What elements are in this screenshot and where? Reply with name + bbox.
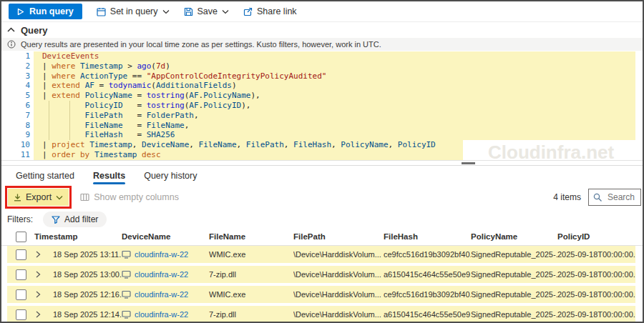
column-header-filepath[interactable]: FilePath: [293, 232, 384, 241]
line-number: 10: [1, 140, 30, 150]
query-toolbar: Run query Set in query Save Share lin: [1, 1, 643, 22]
download-icon: [14, 194, 21, 202]
line-number: 1: [1, 51, 30, 61]
share-link-label: Share link: [257, 6, 297, 16]
code-token: DeviceName: [142, 140, 189, 149]
cell-devicename: cloudinfra-w-22: [122, 250, 209, 259]
cell-filehash: a6150415c464c55e50e9...: [384, 310, 471, 319]
cell-policyid: 2025-09-18T00:00:00.00...: [557, 290, 635, 299]
code-token: [80, 91, 85, 100]
search-box[interactable]: [588, 189, 641, 206]
set-in-query-button[interactable]: Set in query: [97, 6, 170, 16]
code-token: Timestamp: [94, 150, 137, 159]
code-token: FileHash: [293, 140, 331, 149]
column-header-filename[interactable]: FileName: [209, 232, 293, 241]
code-token: ): [232, 81, 237, 90]
line-number: 7: [1, 111, 30, 121]
line-number: 11: [1, 150, 30, 160]
code-line-5[interactable]: | extend PolicyName = tostring(AF.Policy…: [34, 91, 635, 101]
code-token: =: [132, 91, 147, 100]
table-row[interactable]: 18 Sep 2025 13:00...cloudinfra-w-227-zip…: [7, 266, 635, 283]
cell-filepath: \Device\HarddiskVolum...: [293, 270, 384, 279]
device-link[interactable]: cloudinfra-w-22: [135, 250, 188, 259]
column-header-policyname[interactable]: PolicyName: [471, 232, 557, 241]
chevron-down-icon: [222, 9, 229, 14]
cell-filepath: \Device\HarddiskVolum...: [293, 250, 384, 259]
code-line-2[interactable]: | where Timestamp > ago(7d): [34, 61, 635, 71]
expand-row-chevron-icon[interactable]: [34, 271, 53, 278]
table-row[interactable]: 18 Sep 2025 13:11...cloudinfra-w-22WMIC.…: [7, 246, 635, 263]
tab-query-history[interactable]: Query history: [144, 166, 197, 185]
code-line-6[interactable]: PolicyID = tostring(AF.PolicyID),: [34, 101, 635, 111]
code-line-8[interactable]: FileName = FileName,: [34, 121, 635, 131]
code-token: extend: [52, 81, 80, 90]
code-token: [75, 71, 80, 81]
save-icon: [184, 7, 193, 16]
code-token: =: [123, 130, 147, 139]
add-filter-button[interactable]: Add filter: [43, 212, 107, 227]
add-filter-label: Add filter: [64, 214, 98, 224]
run-query-label: Run query: [29, 6, 74, 16]
editor-gutter: 1234567891011: [1, 51, 30, 160]
export-highlight-box: Export: [5, 186, 72, 209]
code-token: PolicyName: [203, 91, 250, 100]
column-header-devicename[interactable]: DeviceName: [122, 232, 209, 241]
chevron-up-icon: [7, 27, 15, 33]
row-checkbox[interactable]: [16, 249, 26, 260]
save-button[interactable]: Save: [184, 6, 230, 16]
row-checkbox[interactable]: [16, 309, 26, 320]
code-token: FileName: [199, 140, 237, 149]
device-link[interactable]: cloudinfra-w-22: [135, 310, 188, 319]
line-number: 4: [1, 81, 30, 91]
code-token: ): [165, 61, 170, 71]
results-toolbar: Export Show empty columns 4 items: [1, 185, 643, 209]
code-token: "AppControlCodeIntegrityPolicyAudited": [147, 71, 327, 81]
code-line-9[interactable]: FileHash = SHA256: [34, 130, 635, 140]
table-body: 18 Sep 2025 13:11...cloudinfra-w-22WMIC.…: [7, 246, 635, 323]
search-input[interactable]: [606, 192, 640, 203]
column-header-timestamp[interactable]: Timestamp: [34, 232, 122, 241]
tab-results[interactable]: Results: [93, 166, 125, 185]
code-token: ,: [132, 140, 142, 149]
cell-policyname: SignedReputable_2025-...: [471, 310, 557, 319]
column-header-policyid[interactable]: PolicyID: [557, 232, 643, 241]
column-header-filehash[interactable]: FileHash: [384, 232, 471, 241]
show-empty-columns-button[interactable]: Show empty columns: [80, 192, 179, 202]
cell-filehash: a6150415c464c55e50e9...: [384, 270, 471, 279]
code-token: where: [52, 61, 75, 71]
tab-getting-started[interactable]: Getting started: [16, 166, 74, 185]
code-line-1[interactable]: DeviceEvents: [34, 51, 635, 61]
code-token: Timestamp: [89, 140, 132, 149]
table-row[interactable]: 18 Sep 2025 12:16...cloudinfra-w-22WMIC.…: [7, 286, 635, 303]
code-token: ,: [189, 140, 198, 149]
line-number: 2: [1, 61, 30, 71]
row-checkbox[interactable]: [16, 269, 26, 280]
timezone-info-bar: Query results are presented in your loca…: [1, 38, 643, 51]
device-link[interactable]: cloudinfra-w-22: [135, 290, 188, 299]
code-line-3[interactable]: | where ActionType == "AppControlCodeInt…: [34, 71, 635, 81]
export-button[interactable]: Export: [8, 189, 69, 206]
run-query-button[interactable]: Run query: [9, 4, 82, 19]
query-section-header[interactable]: Query: [1, 22, 643, 38]
expand-row-chevron-icon[interactable]: [34, 311, 53, 318]
share-link-button[interactable]: Share link: [243, 6, 297, 16]
select-all-checkbox[interactable]: [16, 232, 26, 242]
indent-guide: [49, 101, 49, 140]
code-token: Timestamp: [80, 61, 123, 71]
table-row[interactable]: 18 Sep 2025 12:14...cloudinfra-w-227-zip…: [7, 306, 635, 323]
expand-row-chevron-icon[interactable]: [34, 251, 53, 258]
code-token: ,: [194, 111, 199, 120]
row-checkbox[interactable]: [16, 289, 26, 300]
expand-row-chevron-icon[interactable]: [34, 291, 53, 298]
code-token: AdditionalFields: [156, 81, 232, 90]
device-link[interactable]: cloudinfra-w-22: [135, 270, 188, 279]
code-token: AF: [189, 101, 198, 110]
code-line-7[interactable]: FilePath = FolderPath,: [34, 111, 635, 121]
scrollbar-thumb[interactable]: [462, 162, 475, 164]
code-token: =: [123, 101, 147, 110]
code-token: PolicyID: [85, 101, 123, 110]
code-token: |: [42, 91, 52, 100]
results-tabs: Getting startedResultsQuery history: [1, 166, 643, 185]
code-line-4[interactable]: | extend AF = todynamic(AdditionalFields…: [34, 81, 635, 91]
code-token: |: [42, 61, 52, 71]
